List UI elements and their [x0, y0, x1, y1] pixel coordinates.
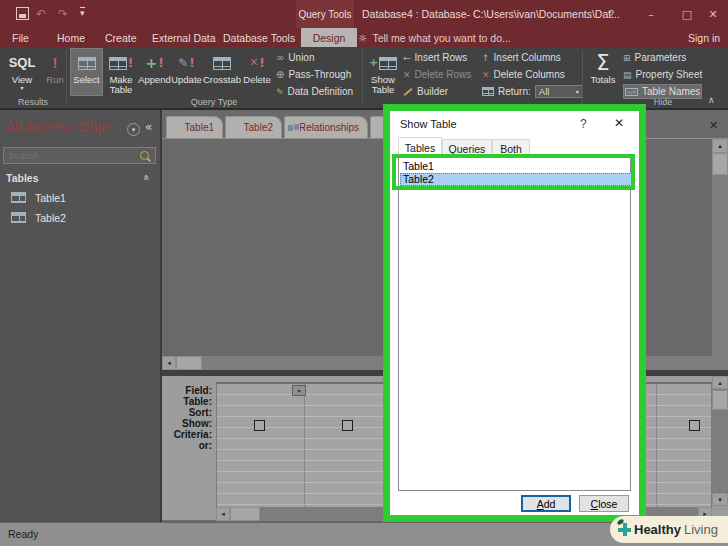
update-pencil-icon: ✎	[178, 57, 188, 70]
show-table-button[interactable]: + Show Table	[366, 48, 400, 96]
tab-home[interactable]: Home	[53, 28, 89, 47]
grid-row-label-criteria: Criteria:	[162, 429, 212, 440]
append-button[interactable]: +! Append	[139, 48, 170, 96]
totals-button[interactable]: Σ Totals	[586, 48, 620, 96]
redo-icon[interactable]: ↷	[58, 7, 68, 21]
run-button[interactable]: ! Run	[42, 48, 68, 96]
group-label-query-type: Query Type	[66, 97, 362, 107]
table-list[interactable]: Table1 Table2	[398, 157, 631, 491]
pass-through-label: Pass-Through	[288, 69, 351, 80]
diagram-vscrollbar[interactable]: ▴	[712, 139, 728, 370]
delete-query-button[interactable]: ✕! Delete	[242, 48, 272, 96]
scroll-down-icon[interactable]: ▾	[712, 493, 728, 506]
scroll-up-icon[interactable]: ▴	[712, 139, 728, 153]
nav-item-table2[interactable]: Table2	[0, 208, 160, 227]
group-separator	[66, 50, 67, 104]
watermark-bold: Healthy	[634, 522, 681, 537]
show-checkbox-col6[interactable]	[689, 420, 700, 431]
make-table-button[interactable]: ! Make Table	[104, 48, 138, 96]
grid-vscrollbar[interactable]: ▴ ▾	[712, 376, 728, 506]
union-icon: ∞	[276, 52, 284, 63]
group-label-results: Results	[0, 97, 66, 107]
view-button[interactable]: SQL View ▾	[4, 48, 40, 96]
run-label: Run	[46, 75, 63, 85]
tab-external-data[interactable]: External Data	[148, 28, 220, 47]
nav-item-table1[interactable]: Table1	[0, 188, 160, 207]
collapse-ribbon-icon[interactable]: ∧	[708, 95, 715, 105]
insert-columns-button[interactable]: ↑ Insert Columns	[482, 50, 561, 65]
nav-group-tables[interactable]: Tables «	[0, 170, 160, 185]
dialog-tab-tables[interactable]: Tables	[398, 137, 442, 158]
grid-row-label-show: Show:	[162, 418, 212, 429]
dialog-tab-both[interactable]: Both	[492, 139, 530, 158]
search-input[interactable]	[4, 150, 140, 161]
dialog-tab-queries[interactable]: Queries	[442, 139, 492, 158]
scroll-left-icon[interactable]: ◂	[162, 356, 176, 370]
show-checkbox-col1[interactable]	[254, 420, 265, 431]
minimize-button[interactable]: –	[636, 0, 666, 28]
scroll-thumb[interactable]	[230, 507, 260, 521]
return-combo[interactable]: All ▾	[535, 85, 583, 98]
dialog-close-icon[interactable]: ✕	[614, 116, 624, 130]
collapse-group-icon[interactable]: «	[140, 174, 153, 181]
property-sheet-button[interactable]: ▤ Property Sheet	[623, 67, 702, 82]
nav-collapse-icon[interactable]: «	[145, 120, 152, 134]
table-names-icon: xyz	[625, 88, 638, 96]
nav-search[interactable]	[3, 147, 156, 164]
nav-menu-icon[interactable]: ▾	[127, 123, 140, 136]
contextual-tab-group: Query Tools	[296, 0, 354, 28]
doc-tab-table1[interactable]: Table1	[166, 116, 223, 138]
show-table-dialog: Show Table ? ✕ Tables Queries Both Table…	[383, 104, 646, 522]
qat-customize-icon[interactable]: ▾	[80, 7, 85, 18]
insert-columns-label: Insert Columns	[494, 52, 561, 63]
property-sheet-label: Property Sheet	[636, 69, 703, 80]
help-button[interactable]: ?	[596, 0, 626, 28]
scroll-thumb[interactable]	[176, 356, 202, 370]
select-query-button[interactable]: Select	[70, 48, 103, 96]
pass-through-button[interactable]: ⊕ Pass-Through	[276, 67, 351, 82]
return-value: All	[539, 86, 550, 97]
scroll-up-icon[interactable]: ▴	[712, 376, 728, 389]
dialog-close-button[interactable]: Close	[579, 495, 629, 512]
doc-tab-table2[interactable]: Table2	[225, 116, 282, 138]
close-object-icon[interactable]: ✕	[709, 119, 718, 132]
return-dropdown-icon: ▾	[576, 88, 579, 95]
delete-columns-button[interactable]: ✕ Delete Columns	[482, 67, 565, 82]
update-button[interactable]: ✎! Update	[171, 48, 202, 96]
union-button[interactable]: ∞ Union	[276, 50, 314, 65]
parameters-button[interactable]: ⊞ Parameters	[623, 50, 686, 65]
make-table-icon	[109, 57, 127, 70]
doc-tab-relationships[interactable]: Relationships	[284, 116, 368, 138]
table-names-label: Table Names	[642, 86, 700, 97]
nav-group-label: Tables	[6, 172, 143, 184]
show-checkbox-col2[interactable]	[342, 420, 353, 431]
add-button[interactable]: Add	[521, 495, 571, 512]
tab-design[interactable]: Design	[301, 28, 357, 47]
tab-file[interactable]: File	[8, 28, 33, 47]
scroll-thumb[interactable]	[712, 153, 728, 175]
builder-button[interactable]: Builder	[403, 84, 448, 99]
builder-icon	[404, 88, 413, 96]
tell-me-box[interactable]: ☼ Tell me what you want to do...	[358, 28, 511, 47]
crosstab-button[interactable]: Crosstab	[203, 48, 241, 96]
watermark-regular: Living	[684, 522, 718, 537]
grid-row-label-sort: Sort:	[162, 407, 212, 418]
undo-icon[interactable]: ↶	[36, 7, 46, 21]
show-table-plus-icon: +	[369, 57, 378, 69]
table-icon	[175, 123, 180, 132]
tab-create[interactable]: Create	[101, 28, 141, 47]
return-icon	[482, 87, 494, 96]
insert-rows-button[interactable]: ← Insert Rows	[403, 50, 467, 65]
add-button-label: Add	[537, 498, 556, 510]
list-item-table2[interactable]: Table2	[400, 173, 632, 186]
save-icon[interactable]	[16, 7, 29, 20]
list-item-table1[interactable]: Table1	[400, 160, 632, 173]
scroll-left-icon[interactable]: ◂	[216, 507, 230, 521]
close-button[interactable]: ✕	[698, 0, 728, 28]
tab-database-tools[interactable]: Database Tools	[219, 28, 299, 47]
field-dropdown[interactable]: ▾	[292, 385, 306, 396]
scroll-thumb[interactable]	[712, 390, 728, 410]
delete-rows-button[interactable]: ✕ Delete Rows	[403, 67, 471, 82]
dialog-help-icon[interactable]: ?	[580, 117, 587, 131]
sign-in[interactable]: Sign in	[688, 28, 720, 47]
